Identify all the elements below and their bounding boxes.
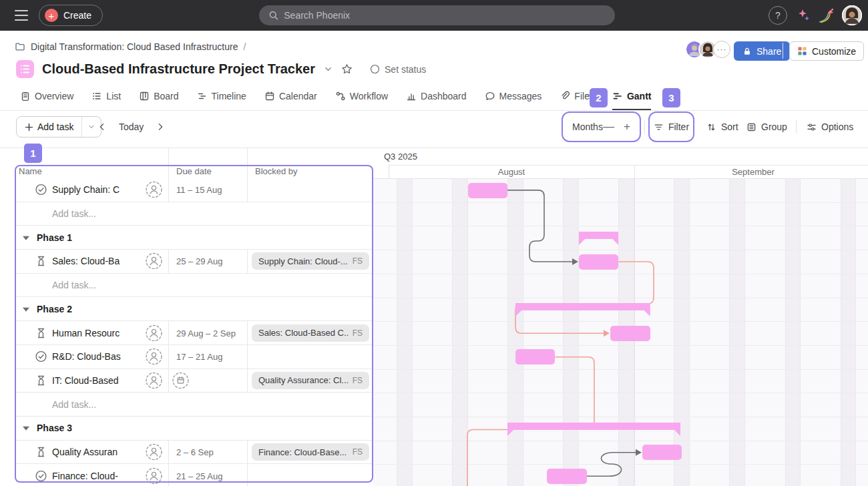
collapse-triangle-icon[interactable] — [23, 308, 29, 312]
gantt-bar-rnd[interactable] — [515, 349, 555, 364]
more-members-button[interactable]: ··· — [713, 41, 730, 58]
collapse-triangle-icon[interactable] — [23, 427, 29, 431]
tab-workflow[interactable]: Workflow — [335, 84, 388, 110]
gantt-bar-qa[interactable] — [642, 445, 682, 460]
phase-row[interactable]: Phase 2 — [15, 298, 373, 322]
assignee-placeholder-icon[interactable] — [146, 253, 162, 270]
task-pending-hourglass-icon[interactable] — [35, 374, 47, 387]
assignee-placeholder-icon[interactable] — [146, 444, 162, 461]
gantt-bar-sales[interactable] — [579, 254, 618, 270]
task-table: Name Due date Blocked by Supply Chain: C… — [15, 148, 373, 486]
task-row[interactable]: Sales: Cloud-Ba25 – 29 AugSupply Chain: … — [15, 250, 373, 274]
task-name[interactable]: Quality Assuran — [52, 447, 151, 457]
customize-button[interactable]: Customize — [789, 41, 864, 61]
task-row[interactable]: Supply Chain: C11 – 15 Aug — [15, 178, 373, 202]
due-date[interactable]: 25 – 29 Aug — [176, 256, 222, 266]
gantt-summary-bar-phase1[interactable] — [579, 232, 618, 245]
phase-name[interactable]: Phase 3 — [37, 423, 72, 433]
customize-label: Customize — [812, 46, 856, 57]
assignee-placeholder-icon[interactable] — [146, 182, 162, 198]
tab-overview[interactable]: Overview — [20, 84, 73, 110]
phase-row[interactable]: Phase 1 — [15, 226, 373, 250]
phase-name[interactable]: Phase 2 — [37, 304, 72, 314]
zoom-in-button[interactable]: + — [624, 120, 630, 134]
search-bar[interactable] — [259, 5, 615, 25]
task-complete-icon[interactable] — [35, 350, 47, 363]
help-button[interactable]: ? — [769, 6, 787, 25]
add-task-inline[interactable]: Add task... — [52, 208, 96, 219]
task-row[interactable]: R&D: Cloud-Bas17 – 21 Aug — [15, 345, 373, 369]
breadcrumb-path: Digital Transformation: Cloud Based Infr… — [31, 41, 238, 52]
tab-list[interactable]: List — [91, 84, 121, 110]
breadcrumb[interactable]: Digital Transformation: Cloud Based Infr… — [15, 41, 246, 52]
assignee-placeholder-icon[interactable] — [146, 348, 162, 365]
ai-sparkle-icon[interactable] — [794, 6, 813, 25]
due-date[interactable]: 2 – 6 Sep — [176, 447, 214, 457]
task-pending-hourglass-icon[interactable] — [35, 255, 47, 268]
phoenix-logo-icon[interactable] — [817, 6, 836, 25]
task-complete-icon[interactable] — [35, 469, 47, 482]
task-name[interactable]: Supply Chain: C — [52, 184, 151, 195]
due-date-placeholder-icon[interactable] — [172, 372, 189, 389]
gantt-bar-supply[interactable] — [468, 183, 508, 198]
due-date[interactable]: 29 Aug – 2 Sep — [176, 328, 236, 338]
create-button[interactable]: + Create — [39, 5, 103, 26]
tab-messages[interactable]: Messages — [485, 84, 542, 110]
add-task-row[interactable]: Add task... — [15, 393, 373, 417]
task-row[interactable]: Quality Assuran2 – 6 SepFinance: Cloud-B… — [15, 441, 373, 465]
task-name[interactable]: Finance: Cloud- — [52, 471, 151, 481]
column-header-due-date[interactable]: Due date — [176, 166, 212, 176]
task-complete-icon[interactable] — [35, 184, 47, 196]
tab-calendar[interactable]: Calendar — [264, 84, 317, 110]
blocked-by-chip[interactable]: Sales: Cloud-Based C...FS — [252, 324, 369, 342]
tab-board[interactable]: Board — [139, 84, 178, 110]
assignee-placeholder-icon[interactable] — [146, 324, 162, 341]
assignee-placeholder-icon[interactable] — [146, 467, 162, 484]
column-header-name[interactable]: Name — [19, 166, 42, 176]
phase-name[interactable]: Phase 1 — [37, 232, 72, 243]
task-row[interactable]: Finance: Cloud-21 – 25 Aug — [15, 464, 373, 486]
collapse-triangle-icon[interactable] — [23, 236, 29, 240]
blocked-by-task: Finance: Cloud-Base... — [258, 447, 349, 457]
gantt-summary-bar-phase3[interactable] — [507, 423, 680, 436]
blocked-by-chip[interactable]: Supply Chain: Cloud-...FS — [252, 252, 369, 270]
gantt-bar-finance[interactable] — [547, 469, 586, 484]
assignee-placeholder-icon[interactable] — [146, 372, 162, 389]
due-date[interactable]: 17 – 21 Aug — [176, 352, 222, 362]
task-pending-hourglass-icon[interactable] — [35, 446, 47, 459]
cell-divider — [168, 441, 169, 464]
task-name[interactable]: Sales: Cloud-Ba — [52, 256, 151, 266]
set-status-button[interactable]: Set status — [370, 64, 426, 75]
chevron-down-icon[interactable] — [323, 64, 333, 74]
add-task-inline[interactable]: Add task... — [52, 280, 96, 290]
zoom-out-button[interactable]: — — [603, 120, 614, 134]
add-task-row[interactable]: Add task... — [15, 274, 373, 298]
user-avatar[interactable] — [842, 5, 862, 28]
task-name[interactable]: R&D: Cloud-Bas — [52, 351, 151, 362]
blocked-by-chip[interactable]: Finance: Cloud-Base...FS — [252, 443, 369, 461]
filter-button[interactable]: Filter — [648, 111, 694, 142]
gantt-summary-bar-phase2[interactable] — [515, 303, 650, 316]
star-icon[interactable] — [341, 63, 353, 75]
task-pending-hourglass-icon[interactable] — [35, 326, 47, 339]
tab-dashboard[interactable]: Dashboard — [406, 84, 467, 110]
task-name[interactable]: IT: Cloud-Based — [52, 375, 151, 386]
due-date[interactable]: 11 – 15 Aug — [176, 185, 222, 195]
hamburger-menu-icon[interactable] — [15, 10, 28, 21]
tab-timeline[interactable]: Timeline — [197, 84, 246, 110]
share-button[interactable]: Share — [734, 41, 790, 61]
search-input[interactable] — [284, 10, 606, 21]
add-task-row[interactable]: Add task... — [15, 202, 373, 226]
project-members[interactable]: ··· — [685, 40, 730, 59]
task-name[interactable]: Human Resourc — [52, 328, 151, 338]
column-header-blocked-by[interactable]: Blocked by — [255, 166, 298, 176]
gantt-bar-hr[interactable] — [610, 326, 650, 341]
task-row[interactable]: Human Resourc29 Aug – 2 SepSales: Cloud-… — [15, 321, 373, 345]
blocked-by-chip[interactable]: Quality Assurance: Cl...FS — [252, 372, 369, 389]
task-row[interactable]: IT: Cloud-BasedQuality Assurance: Cl...F… — [15, 369, 373, 393]
phase-row[interactable]: Phase 3 — [15, 417, 373, 441]
zoom-level-control[interactable]: Months — + — [562, 111, 641, 142]
tab-gantt[interactable]: Gantt — [612, 84, 652, 110]
due-date[interactable]: 21 – 25 Aug — [176, 471, 222, 481]
add-task-inline[interactable]: Add task... — [52, 399, 96, 410]
